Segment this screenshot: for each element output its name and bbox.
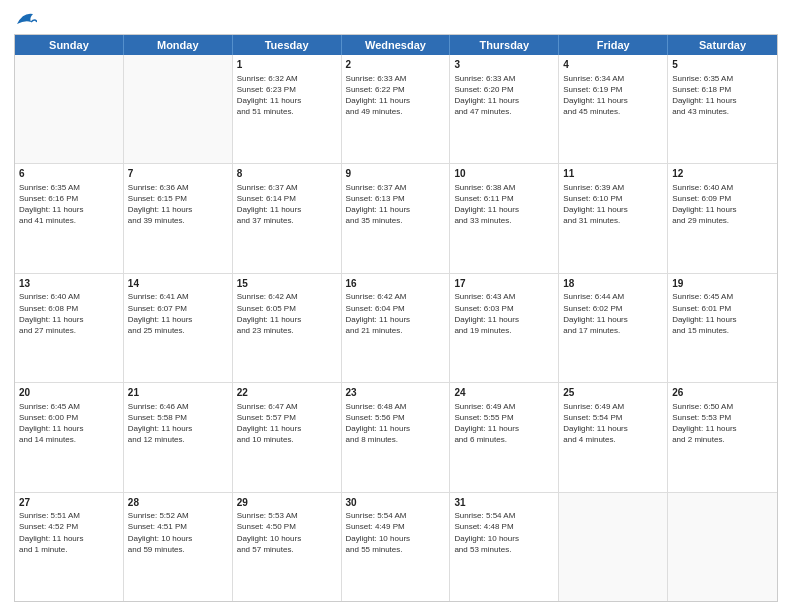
calendar-cell: 24Sunrise: 6:49 AMSunset: 5:55 PMDayligh… xyxy=(450,383,559,491)
day-number: 26 xyxy=(672,386,773,400)
cell-content: Sunrise: 6:36 AMSunset: 6:15 PMDaylight:… xyxy=(128,182,228,227)
cell-content: Sunrise: 5:54 AMSunset: 4:49 PMDaylight:… xyxy=(346,510,446,555)
calendar-cell: 8Sunrise: 6:37 AMSunset: 6:14 PMDaylight… xyxy=(233,164,342,272)
cell-content: Sunrise: 6:37 AMSunset: 6:13 PMDaylight:… xyxy=(346,182,446,227)
day-number: 9 xyxy=(346,167,446,181)
cell-content: Sunrise: 6:45 AMSunset: 6:00 PMDaylight:… xyxy=(19,401,119,446)
day-number: 1 xyxy=(237,58,337,72)
cell-content: Sunrise: 5:52 AMSunset: 4:51 PMDaylight:… xyxy=(128,510,228,555)
logo xyxy=(14,10,37,28)
cell-content: Sunrise: 6:40 AMSunset: 6:09 PMDaylight:… xyxy=(672,182,773,227)
cell-content: Sunrise: 6:43 AMSunset: 6:03 PMDaylight:… xyxy=(454,291,554,336)
calendar-cell: 23Sunrise: 6:48 AMSunset: 5:56 PMDayligh… xyxy=(342,383,451,491)
calendar-cell: 27Sunrise: 5:51 AMSunset: 4:52 PMDayligh… xyxy=(15,493,124,601)
cell-content: Sunrise: 6:44 AMSunset: 6:02 PMDaylight:… xyxy=(563,291,663,336)
calendar-cell: 5Sunrise: 6:35 AMSunset: 6:18 PMDaylight… xyxy=(668,55,777,163)
day-number: 12 xyxy=(672,167,773,181)
cell-content: Sunrise: 6:40 AMSunset: 6:08 PMDaylight:… xyxy=(19,291,119,336)
calendar-row-2: 13Sunrise: 6:40 AMSunset: 6:08 PMDayligh… xyxy=(15,274,777,383)
calendar-cell xyxy=(668,493,777,601)
day-number: 27 xyxy=(19,496,119,510)
calendar-cell: 20Sunrise: 6:45 AMSunset: 6:00 PMDayligh… xyxy=(15,383,124,491)
day-number: 13 xyxy=(19,277,119,291)
day-number: 18 xyxy=(563,277,663,291)
header-day-sunday: Sunday xyxy=(15,35,124,55)
logo-text xyxy=(14,10,37,28)
cell-content: Sunrise: 6:32 AMSunset: 6:23 PMDaylight:… xyxy=(237,73,337,118)
calendar-cell: 19Sunrise: 6:45 AMSunset: 6:01 PMDayligh… xyxy=(668,274,777,382)
day-number: 30 xyxy=(346,496,446,510)
calendar-cell: 9Sunrise: 6:37 AMSunset: 6:13 PMDaylight… xyxy=(342,164,451,272)
header-day-saturday: Saturday xyxy=(668,35,777,55)
cell-content: Sunrise: 6:38 AMSunset: 6:11 PMDaylight:… xyxy=(454,182,554,227)
day-number: 5 xyxy=(672,58,773,72)
cell-content: Sunrise: 6:47 AMSunset: 5:57 PMDaylight:… xyxy=(237,401,337,446)
calendar-cell: 29Sunrise: 5:53 AMSunset: 4:50 PMDayligh… xyxy=(233,493,342,601)
calendar-row-4: 27Sunrise: 5:51 AMSunset: 4:52 PMDayligh… xyxy=(15,493,777,601)
cell-content: Sunrise: 6:39 AMSunset: 6:10 PMDaylight:… xyxy=(563,182,663,227)
cell-content: Sunrise: 6:48 AMSunset: 5:56 PMDaylight:… xyxy=(346,401,446,446)
calendar-cell: 13Sunrise: 6:40 AMSunset: 6:08 PMDayligh… xyxy=(15,274,124,382)
calendar-cell xyxy=(559,493,668,601)
calendar-cell: 26Sunrise: 6:50 AMSunset: 5:53 PMDayligh… xyxy=(668,383,777,491)
calendar-cell: 10Sunrise: 6:38 AMSunset: 6:11 PMDayligh… xyxy=(450,164,559,272)
calendar-cell: 7Sunrise: 6:36 AMSunset: 6:15 PMDaylight… xyxy=(124,164,233,272)
cell-content: Sunrise: 6:45 AMSunset: 6:01 PMDaylight:… xyxy=(672,291,773,336)
calendar-row-3: 20Sunrise: 6:45 AMSunset: 6:00 PMDayligh… xyxy=(15,383,777,492)
cell-content: Sunrise: 6:41 AMSunset: 6:07 PMDaylight:… xyxy=(128,291,228,336)
day-number: 4 xyxy=(563,58,663,72)
cell-content: Sunrise: 6:50 AMSunset: 5:53 PMDaylight:… xyxy=(672,401,773,446)
day-number: 7 xyxy=(128,167,228,181)
page: SundayMondayTuesdayWednesdayThursdayFrid… xyxy=(0,0,792,612)
calendar-cell: 3Sunrise: 6:33 AMSunset: 6:20 PMDaylight… xyxy=(450,55,559,163)
calendar-cell: 2Sunrise: 6:33 AMSunset: 6:22 PMDaylight… xyxy=(342,55,451,163)
day-number: 28 xyxy=(128,496,228,510)
cell-content: Sunrise: 5:51 AMSunset: 4:52 PMDaylight:… xyxy=(19,510,119,555)
calendar-cell: 14Sunrise: 6:41 AMSunset: 6:07 PMDayligh… xyxy=(124,274,233,382)
header-day-wednesday: Wednesday xyxy=(342,35,451,55)
header-day-friday: Friday xyxy=(559,35,668,55)
cell-content: Sunrise: 6:35 AMSunset: 6:18 PMDaylight:… xyxy=(672,73,773,118)
day-number: 24 xyxy=(454,386,554,400)
calendar-cell: 1Sunrise: 6:32 AMSunset: 6:23 PMDaylight… xyxy=(233,55,342,163)
day-number: 19 xyxy=(672,277,773,291)
calendar-cell: 4Sunrise: 6:34 AMSunset: 6:19 PMDaylight… xyxy=(559,55,668,163)
header-day-monday: Monday xyxy=(124,35,233,55)
header xyxy=(14,10,778,28)
calendar-cell: 31Sunrise: 5:54 AMSunset: 4:48 PMDayligh… xyxy=(450,493,559,601)
day-number: 10 xyxy=(454,167,554,181)
cell-content: Sunrise: 6:37 AMSunset: 6:14 PMDaylight:… xyxy=(237,182,337,227)
calendar-cell: 15Sunrise: 6:42 AMSunset: 6:05 PMDayligh… xyxy=(233,274,342,382)
day-number: 14 xyxy=(128,277,228,291)
calendar-cell: 16Sunrise: 6:42 AMSunset: 6:04 PMDayligh… xyxy=(342,274,451,382)
cell-content: Sunrise: 6:34 AMSunset: 6:19 PMDaylight:… xyxy=(563,73,663,118)
calendar-cell: 18Sunrise: 6:44 AMSunset: 6:02 PMDayligh… xyxy=(559,274,668,382)
day-number: 20 xyxy=(19,386,119,400)
calendar-cell: 28Sunrise: 5:52 AMSunset: 4:51 PMDayligh… xyxy=(124,493,233,601)
calendar-row-1: 6Sunrise: 6:35 AMSunset: 6:16 PMDaylight… xyxy=(15,164,777,273)
calendar-cell xyxy=(15,55,124,163)
cell-content: Sunrise: 6:49 AMSunset: 5:54 PMDaylight:… xyxy=(563,401,663,446)
calendar-row-0: 1Sunrise: 6:32 AMSunset: 6:23 PMDaylight… xyxy=(15,55,777,164)
calendar-header: SundayMondayTuesdayWednesdayThursdayFrid… xyxy=(15,35,777,55)
cell-content: Sunrise: 6:49 AMSunset: 5:55 PMDaylight:… xyxy=(454,401,554,446)
day-number: 3 xyxy=(454,58,554,72)
cell-content: Sunrise: 5:54 AMSunset: 4:48 PMDaylight:… xyxy=(454,510,554,555)
calendar-body: 1Sunrise: 6:32 AMSunset: 6:23 PMDaylight… xyxy=(15,55,777,601)
logo-bird-icon xyxy=(15,10,37,28)
cell-content: Sunrise: 6:33 AMSunset: 6:20 PMDaylight:… xyxy=(454,73,554,118)
calendar-cell: 12Sunrise: 6:40 AMSunset: 6:09 PMDayligh… xyxy=(668,164,777,272)
calendar-cell: 21Sunrise: 6:46 AMSunset: 5:58 PMDayligh… xyxy=(124,383,233,491)
day-number: 16 xyxy=(346,277,446,291)
header-day-thursday: Thursday xyxy=(450,35,559,55)
day-number: 23 xyxy=(346,386,446,400)
cell-content: Sunrise: 6:33 AMSunset: 6:22 PMDaylight:… xyxy=(346,73,446,118)
day-number: 6 xyxy=(19,167,119,181)
day-number: 2 xyxy=(346,58,446,72)
day-number: 21 xyxy=(128,386,228,400)
calendar: SundayMondayTuesdayWednesdayThursdayFrid… xyxy=(14,34,778,602)
day-number: 31 xyxy=(454,496,554,510)
day-number: 25 xyxy=(563,386,663,400)
day-number: 8 xyxy=(237,167,337,181)
calendar-cell xyxy=(124,55,233,163)
